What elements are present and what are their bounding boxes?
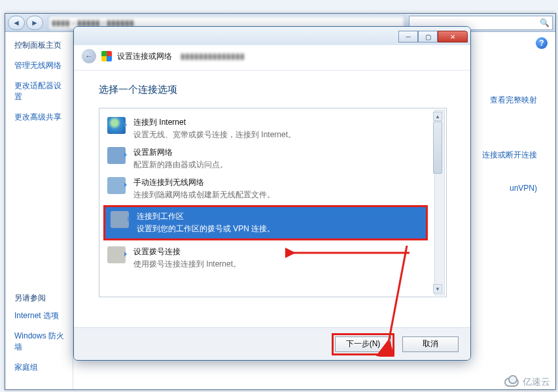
option-connect-workplace[interactable]: 连接到工作区 设置到您的工作区的拨号或 VPN 连接。 — [105, 207, 426, 238]
scroll-down-button[interactable]: ▼ — [433, 284, 442, 293]
dialog-title: 设置连接或网络 ▮▮▮▮▮▮▮▮▮▮▮▮▮▮ — [117, 51, 245, 62]
option-dialup[interactable]: 设置拨号连接 使用拨号连接连接到 Internet。 — [102, 243, 442, 273]
search-icon: 🔍 — [540, 18, 549, 27]
option-title: 连接到 Internet — [133, 117, 296, 128]
sidebar-header: 控制面板主页 — [14, 40, 66, 51]
globe-icon — [107, 117, 126, 134]
dialog-header: ← 设置连接或网络 ▮▮▮▮▮▮▮▮▮▮▮▮▮▮ — [74, 45, 470, 71]
link-full-map[interactable]: 查看完整映射 — [490, 95, 537, 106]
shield-icon — [101, 51, 112, 61]
annotation-highlight-next: 下一步(N) — [332, 333, 394, 355]
cancel-button[interactable]: 取消 — [402, 336, 459, 352]
scroll-thumb[interactable] — [433, 122, 442, 174]
option-title: 设置拨号连接 — [133, 246, 241, 257]
option-title: 设置新网络 — [133, 147, 228, 158]
option-new-network[interactable]: 设置新网络 配置新的路由器或访问点。 — [102, 144, 442, 174]
annotation-highlight-option: 连接到工作区 设置到您的工作区的拨号或 VPN 连接。 — [103, 205, 428, 240]
link-connect-disconnect[interactable]: 连接或断开连接 — [482, 150, 537, 161]
sidebar-link-homegroup[interactable]: 家庭组 — [14, 362, 66, 373]
watermark: 亿速云 — [504, 376, 550, 388]
wizard-back-button[interactable]: ← — [82, 49, 96, 63]
help-icon[interactable]: ? — [536, 37, 548, 49]
sidebar-link-adapter[interactable]: 更改适配器设置 — [14, 80, 66, 103]
dialog-footer: 下一步(N) 取消 — [74, 327, 470, 360]
sidebar-link-sharing[interactable]: 更改高级共享 — [14, 112, 66, 123]
cloud-icon — [504, 378, 519, 387]
option-desc: 配置新的路由器或访问点。 — [133, 159, 228, 171]
sidebar-link-firewall[interactable]: Windows 防火墙 — [14, 331, 66, 353]
maximize-button[interactable]: ▢ — [418, 31, 438, 42]
dialog-titlebar: ─ ▢ ✕ — [74, 27, 470, 45]
next-button[interactable]: 下一步(N) — [335, 336, 391, 352]
close-button[interactable]: ✕ — [438, 31, 468, 42]
option-desc: 设置到您的工作区的拨号或 VPN 连接。 — [137, 223, 275, 235]
option-desc: 设置无线、宽带或拨号连接，连接到 Internet。 — [133, 129, 296, 140]
control-panel-sidebar: 控制面板主页 管理无线网络 更改适配器设置 更改高级共享 另请参阅 Intern… — [5, 32, 73, 389]
minimize-button[interactable]: ─ — [398, 31, 418, 42]
watermark-text: 亿速云 — [523, 376, 550, 388]
scroll-up-button[interactable]: ▲ — [433, 112, 442, 121]
scrollbar[interactable]: ▲ ▼ — [434, 110, 445, 295]
workplace-icon — [111, 211, 129, 228]
link-vpn[interactable]: unVPN) — [510, 184, 537, 193]
option-desc: 使用拨号连接连接到 Internet。 — [133, 259, 241, 270]
nav-forward-button[interactable]: ► — [26, 16, 43, 30]
wifi-icon — [107, 177, 126, 194]
phone-icon — [107, 246, 126, 263]
sidebar-link-wireless[interactable]: 管理无线网络 — [14, 60, 66, 71]
option-title: 手动连接到无线网络 — [133, 177, 275, 188]
option-connect-internet[interactable]: 连接到 Internet 设置无线、宽带或拨号连接，连接到 Internet。 — [102, 114, 442, 144]
sidebar-link-internet-options[interactable]: Internet 选项 — [14, 310, 66, 321]
option-title: 连接到工作区 — [137, 211, 275, 222]
sidebar-see-also-header: 另请参阅 — [14, 293, 66, 304]
connection-option-list: ▲ ▼ 连接到 Internet 设置无线、宽带或拨号连接，连接到 Intern… — [99, 108, 447, 297]
option-desc: 连接到隐藏网络或创建新无线配置文件。 — [133, 189, 275, 201]
nav-back-button[interactable]: ◄ — [8, 16, 25, 30]
router-icon — [107, 147, 126, 164]
connection-wizard-dialog: ─ ▢ ✕ ← 设置连接或网络 ▮▮▮▮▮▮▮▮▮▮▮▮▮▮ 选择一个连接选项 … — [73, 26, 471, 361]
dialog-subtitle: 选择一个连接选项 — [99, 84, 447, 96]
option-manual-wireless[interactable]: 手动连接到无线网络 连接到隐藏网络或创建新无线配置文件。 — [102, 174, 442, 204]
